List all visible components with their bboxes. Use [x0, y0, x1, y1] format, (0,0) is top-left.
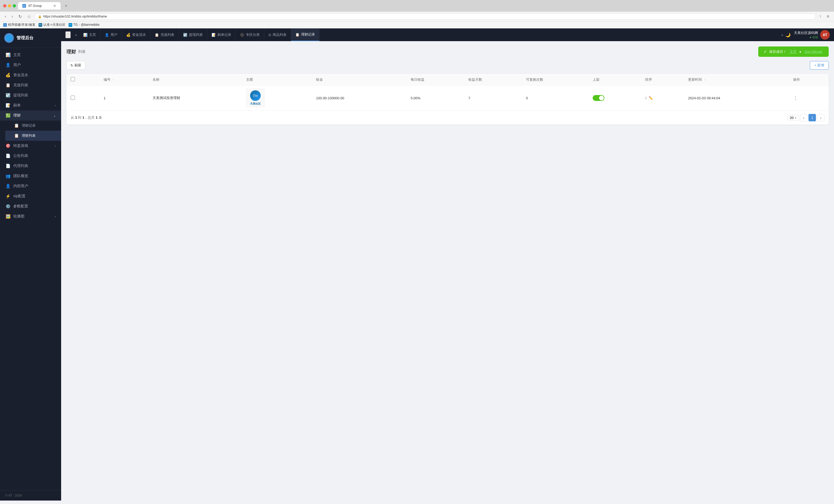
id-sort-icon[interactable]: ↑	[113, 78, 114, 81]
sidebar-sub-finance: 📋 理财记录 📋 理财列表	[0, 120, 61, 141]
sidebar-item-finance[interactable]: 💹 理财 ⌄	[0, 111, 61, 120]
add-button[interactable]: + 新增	[810, 61, 829, 70]
sidebar-item-notice[interactable]: 📄 公告列表	[0, 151, 61, 161]
top-tab-finance-record[interactable]: 📋 理财记录	[291, 28, 320, 41]
address-bar[interactable]: 🔒 https://shuadan102.timibbs.vip/timibbs…	[35, 13, 816, 20]
top-tab-goods[interactable]: G 商品列表	[264, 28, 291, 41]
top-tab-home[interactable]: 📊 主页	[79, 28, 101, 41]
internal-icon: 👤	[5, 184, 10, 188]
pagination: 从 1 到 1，总共 1 条 20 ∧ ‹ 1 ›	[66, 111, 829, 124]
home-icon: 📊	[5, 52, 10, 58]
lock-icon: 🔒	[38, 15, 42, 18]
top-tab-recharge[interactable]: 📋 充值列表	[150, 28, 179, 41]
main-content: ☰ « 📊 主页 👤 用户 💰 资金流水 📋 充值列表	[61, 28, 834, 501]
sidebar-item-finance-record[interactable]: 📋 理财记录	[5, 120, 61, 131]
sidebar-item-fund[interactable]: 💰 资金流水	[0, 70, 61, 80]
row-action-button[interactable]: ⋮	[793, 95, 798, 101]
toast-link-2[interactable]: Day-Minute	[805, 50, 822, 54]
sidebar-item-order[interactable]: 📝 刷单 ›	[0, 100, 61, 111]
share-button[interactable]: ↑	[818, 14, 823, 19]
edit-rank-icon[interactable]: ✏️	[649, 96, 653, 100]
page-1-button[interactable]: 1	[809, 114, 816, 121]
on-shelf-toggle[interactable]	[593, 95, 605, 101]
browser-tab[interactable]: AT AT Group ✕	[18, 2, 61, 9]
refresh-button[interactable]: ↻ 刷新	[66, 61, 85, 70]
sidebar-item-home[interactable]: 📊 主页	[0, 50, 61, 60]
top-tab-fund[interactable]: 💰 资金流水	[122, 28, 150, 41]
row-daily: 5.00%	[411, 96, 420, 100]
next-page-button[interactable]: ›	[817, 114, 825, 121]
top-tab-zone[interactable]: ⚫ 专区分类	[236, 28, 264, 41]
top-tab-withdraw[interactable]: ☑️ 提现列表	[179, 28, 207, 41]
sidebar-internal-label: 内部用户	[13, 184, 28, 188]
sidebar-params-label: 参数配置	[13, 204, 28, 209]
toast-text: 保存成功！	[769, 49, 786, 54]
sidebar-agent-label: 代理列表	[13, 164, 28, 168]
row-cover-cell: Tm 天美社区	[242, 86, 312, 111]
sidebar-item-recharge[interactable]: 📋 充值列表	[0, 80, 61, 90]
toast-link-1[interactable]: 主页	[790, 49, 796, 54]
nav-expand-button[interactable]: »	[782, 33, 783, 37]
back-button[interactable]: ‹	[3, 14, 8, 19]
sidebar: 🌐 管理后台 📊 主页 👤 用户 💰 资金流水 📋 充值列表 ☑️ 提现	[0, 28, 61, 501]
sidebar-item-team[interactable]: 👥 团队概览	[0, 171, 61, 181]
user-avatar[interactable]: AT	[820, 30, 830, 40]
col-action: 操作	[789, 74, 829, 86]
sidebar-item-user[interactable]: 👤 用户	[0, 60, 61, 70]
close-dot[interactable]	[3, 4, 6, 7]
pagination-controls: 20 ∧ ‹ 1 ›	[788, 114, 825, 121]
col-updated-at: 更新时间 ↑	[684, 74, 789, 86]
top-tab-order[interactable]: 📝 刷单记录	[207, 28, 236, 41]
col-days: 收益天数	[464, 74, 522, 86]
hamburger-button[interactable]: ☰	[65, 31, 71, 38]
reload-button[interactable]: ↻	[17, 14, 23, 20]
tab-close-button[interactable]: ✕	[53, 4, 56, 8]
table-container: 编号 ↑ 名称 主图 租金 每日收益 收益天数 可复购次数 上架 排序 更新时间…	[66, 74, 829, 124]
footer-copyright: © AT · 2024	[5, 494, 22, 497]
sidebar-item-finance-list[interactable]: 📋 理财列表	[5, 131, 61, 141]
table-body: 1 天美测试投资理财 Tm 天美社区	[66, 86, 829, 111]
maximize-dot[interactable]	[13, 4, 16, 7]
top-withdraw-label: 提现列表	[189, 32, 203, 37]
select-all-checkbox[interactable]	[71, 77, 75, 81]
sidebar-item-spin[interactable]: 🎯 转盘游戏 ›	[0, 141, 61, 151]
top-user-label: 用户	[111, 32, 117, 37]
pagination-total: 1	[96, 115, 97, 119]
sidebar-item-vip[interactable]: ⚡ vip配置	[0, 191, 61, 201]
top-recharge-icon: 📋	[155, 33, 159, 37]
prev-page-button[interactable]: ‹	[800, 114, 807, 121]
sidebar-fund-label: 资金流水	[13, 73, 28, 77]
sidebar-item-internal[interactable]: 👤 内部用户	[0, 181, 61, 191]
page-size-select[interactable]: 20 ∧	[788, 115, 799, 121]
new-tab-button[interactable]: +	[63, 3, 69, 8]
top-home-icon: 📊	[83, 33, 87, 37]
sidebar-notice-label: 公告列表	[13, 154, 28, 158]
bookmark-button[interactable]: ☆	[25, 14, 32, 20]
updated-sort-icon[interactable]: ↑	[704, 78, 706, 81]
sidebar-item-params[interactable]: ⚙️ 参数配置	[0, 201, 61, 211]
toast-check-icon: ✓	[764, 49, 767, 54]
withdraw-icon: ☑️	[5, 93, 10, 98]
bookmark-item-1[interactable]: 🔧 程序搭建/开发/修复	[3, 23, 35, 27]
sidebar-home-label: 主页	[13, 52, 21, 58]
sidebar-item-withdraw[interactable]: ☑️ 提现列表	[0, 90, 61, 100]
tab-favicon: AT	[22, 4, 26, 8]
page-size-arrow-icon: ∧	[795, 116, 796, 119]
row-checkbox[interactable]	[71, 96, 75, 100]
theme-toggle-button[interactable]: 🌙	[785, 32, 791, 38]
finance-record-icon: 📋	[14, 123, 19, 128]
page-title-main: 理财	[66, 49, 76, 55]
menu-button[interactable]: ≡	[825, 14, 831, 19]
nav-collapse-button[interactable]: «	[75, 33, 77, 37]
bookmark-item-2[interactable]: Tm 认准->天美社区	[39, 23, 65, 27]
bookmark-item-3[interactable]: TG TG：@tianmeibbs	[69, 23, 100, 27]
top-finance-record-icon: 📋	[295, 33, 300, 37]
top-tab-user[interactable]: 👤 用户	[101, 28, 122, 41]
page-title-sub: 列表	[78, 49, 86, 54]
sidebar-item-agent[interactable]: 📄 代理列表	[0, 161, 61, 171]
forward-button[interactable]: ›	[10, 14, 14, 19]
sidebar-item-carousel[interactable]: 🖼️ 轮播图 ›	[0, 211, 61, 222]
minimize-dot[interactable]	[8, 4, 11, 7]
row-checkbox-cell	[66, 86, 100, 111]
browser-chrome: AT AT Group ✕ + ‹ › ↻ ☆ 🔒 https://shuada…	[0, 0, 834, 28]
